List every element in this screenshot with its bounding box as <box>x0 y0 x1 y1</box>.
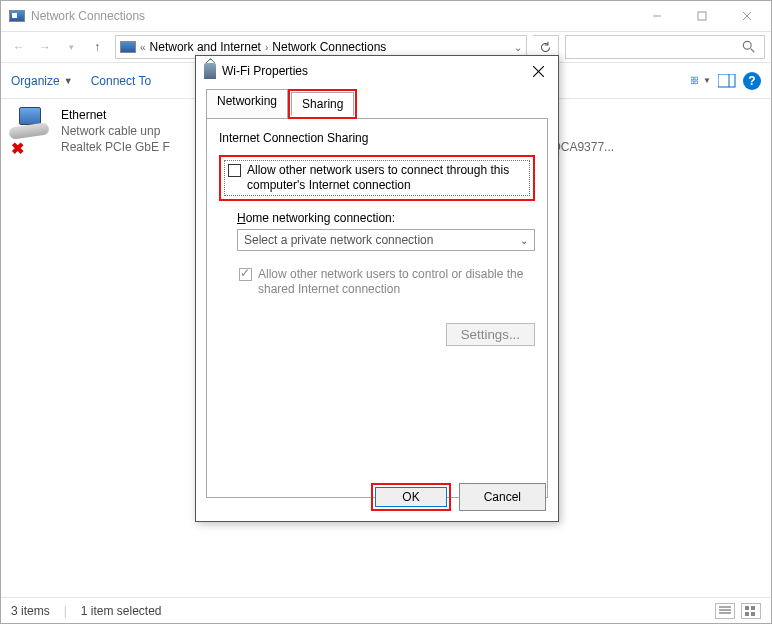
highlight-annotation: Sharing <box>288 89 357 119</box>
close-button[interactable] <box>724 2 769 30</box>
select-value: Select a private network connection <box>244 233 433 247</box>
svg-rect-8 <box>691 81 694 84</box>
dialog-tabs: Networking Sharing <box>206 89 548 119</box>
connect-to-button[interactable]: Connect To <box>91 74 152 88</box>
svg-point-4 <box>743 41 751 49</box>
view-details-icon[interactable] <box>715 603 735 619</box>
svg-rect-1 <box>698 12 706 20</box>
settings-button: Settings... <box>446 323 535 346</box>
tab-sharing[interactable]: Sharing <box>291 92 354 116</box>
svg-line-5 <box>751 49 755 53</box>
svg-rect-15 <box>745 606 749 610</box>
allow-control-checkbox-row: Allow other network users to control or … <box>237 265 535 299</box>
forward-button[interactable]: → <box>33 35 57 59</box>
tab-panel-sharing: Internet Connection Sharing Allow other … <box>206 118 548 498</box>
maximize-button[interactable] <box>679 2 724 30</box>
tab-networking[interactable]: Networking <box>206 89 288 119</box>
chevron-down-icon: ⌄ <box>520 235 528 246</box>
wifi-properties-dialog: Wi-Fi Properties Networking Sharing Inte… <box>195 55 559 522</box>
chevron-icon: « <box>140 42 146 53</box>
help-icon[interactable]: ? <box>743 72 761 90</box>
group-label: Internet Connection Sharing <box>219 131 535 145</box>
window-icon <box>9 10 25 22</box>
preview-pane-icon[interactable] <box>717 73 737 89</box>
cancel-button[interactable]: Cancel <box>459 483 546 511</box>
dialog-title: Wi-Fi Properties <box>222 64 308 78</box>
allow-connect-checkbox-row[interactable]: Allow other network users to connect thr… <box>224 160 530 196</box>
allow-control-label: Allow other network users to control or … <box>258 267 533 297</box>
ok-button[interactable]: OK <box>375 487 446 507</box>
svg-rect-9 <box>695 81 698 84</box>
checkbox-icon[interactable] <box>228 164 241 177</box>
dialog-titlebar: Wi-Fi Properties <box>196 56 558 86</box>
home-networking-label: Home networking connection: <box>237 211 535 225</box>
chevron-down-icon[interactable]: ⌄ <box>514 42 522 53</box>
svg-rect-17 <box>745 612 749 616</box>
adapter-status: Network cable unp <box>61 123 170 139</box>
highlight-annotation: Allow other network users to connect thr… <box>219 155 535 201</box>
ethernet-icon <box>9 107 49 135</box>
svg-rect-7 <box>695 77 698 80</box>
home-networking-select[interactable]: Select a private network connection ⌄ <box>237 229 535 251</box>
svg-rect-6 <box>691 77 694 80</box>
svg-rect-18 <box>751 612 755 616</box>
dialog-close-button[interactable] <box>524 59 552 83</box>
svg-rect-10 <box>718 74 735 87</box>
highlight-annotation: OK <box>371 483 450 511</box>
organize-menu[interactable]: Organize ▼ <box>11 74 73 88</box>
status-item-count: 3 items <box>11 604 50 618</box>
search-input[interactable] <box>565 35 765 59</box>
up-button[interactable]: ↑ <box>85 35 109 59</box>
chevron-icon: › <box>265 42 268 53</box>
breadcrumb-level1[interactable]: Network and Internet <box>150 40 261 54</box>
view-icon[interactable]: ▼ <box>691 73 711 89</box>
allow-connect-label: Allow other network users to connect thr… <box>247 163 526 193</box>
svg-rect-16 <box>751 606 755 610</box>
location-icon <box>120 41 136 53</box>
view-large-icon[interactable] <box>741 603 761 619</box>
disconnected-icon: ✖ <box>11 139 24 158</box>
back-button[interactable]: ← <box>7 35 31 59</box>
adapter-device: Realtek PCIe GbE F <box>61 139 170 155</box>
checkbox-icon <box>239 268 252 281</box>
window-title: Network Connections <box>31 9 145 23</box>
titlebar: Network Connections <box>1 1 771 31</box>
minimize-button[interactable] <box>634 2 679 30</box>
breadcrumb-level2[interactable]: Network Connections <box>272 40 386 54</box>
wifi-adapter-icon <box>204 63 216 79</box>
history-dropdown[interactable]: ▾ <box>59 35 83 59</box>
status-selection: 1 item selected <box>81 604 162 618</box>
statusbar: 3 items | 1 item selected <box>1 597 771 623</box>
adapter-name: Ethernet <box>61 107 170 123</box>
search-icon <box>742 40 756 54</box>
